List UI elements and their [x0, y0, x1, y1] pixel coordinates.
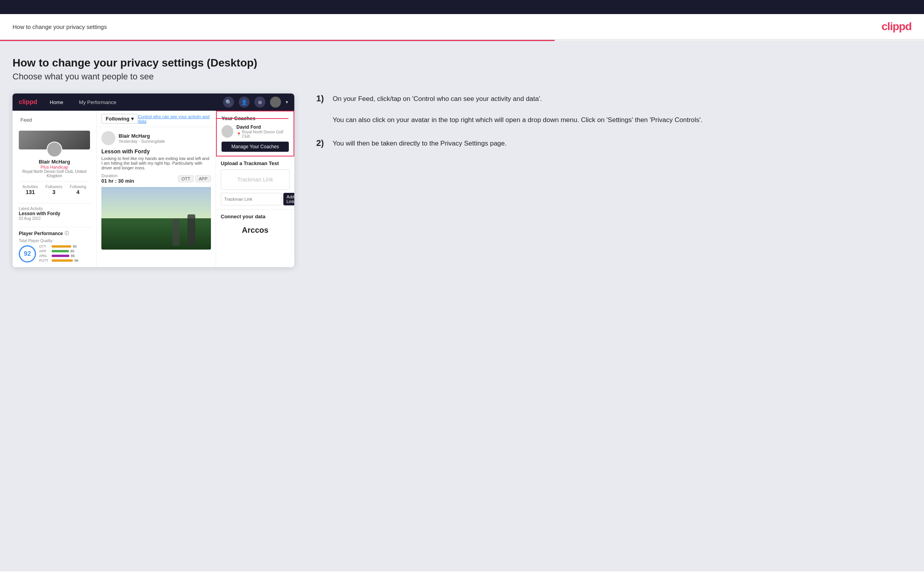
- golfer-2: [173, 218, 180, 246]
- tag-ott: OTT: [178, 175, 194, 182]
- header-title: How to change your privacy settings: [13, 23, 107, 30]
- profile-card: Blair McHarg Plus Handicap Royal North D…: [17, 128, 92, 200]
- info-icon: ⓘ: [65, 230, 69, 236]
- golfer-1: [187, 214, 195, 246]
- following-button[interactable]: Following ▾: [101, 114, 138, 124]
- app-feed: Following ▾ Control who can see your act…: [97, 111, 216, 267]
- pp-quality: 92 OTT 90 APP 85: [19, 244, 90, 263]
- location-icon: 📍: [236, 132, 241, 137]
- top-bar: [0, 0, 924, 14]
- profile-stats: Activities 131 Followers 3 Following 4: [19, 181, 90, 195]
- instructions: 1) On your Feed, click/tap on 'Control w…: [310, 93, 911, 161]
- page-subtitle: Choose what you want people to see: [13, 72, 911, 82]
- trackman-input-row: Add Link: [221, 193, 290, 205]
- stat-activities: Activities 131: [23, 185, 38, 195]
- app-right-panel: Your Coaches David Ford 📍 Royal North De…: [216, 111, 294, 267]
- feed-label: Feed: [17, 115, 92, 124]
- app-sidebar: Feed Blair McHarg Plus Handicap Royal No…: [13, 111, 97, 267]
- bar-putt: PUTT 96: [39, 259, 90, 262]
- trackman-input[interactable]: [221, 193, 282, 205]
- trackman-box: Trackman Link: [221, 169, 290, 190]
- post-user: Blair McHarg Yesterday · Sunningdale: [101, 131, 211, 145]
- post-card: Blair McHarg Yesterday · Sunningdale Les…: [97, 127, 216, 253]
- step-1: 1) On your Feed, click/tap on 'Control w…: [316, 93, 911, 126]
- latest-activity: Latest Activity Lesson with Fordy 03 Aug…: [17, 203, 92, 224]
- app-logo: clippd: [19, 99, 37, 106]
- app-screenshot: clippd Home My Performance 🔍 👤 ⊕ ▾ Feed: [13, 93, 294, 267]
- profile-avatar: [47, 142, 62, 157]
- app-navbar: clippd Home My Performance 🔍 👤 ⊕ ▾: [13, 93, 294, 111]
- add-link-button[interactable]: Add Link: [283, 193, 294, 205]
- step1-text1: On your Feed, click/tap on 'Control who …: [333, 93, 702, 104]
- arccos-logo: Arccos: [221, 223, 290, 238]
- bar-app: APP 85: [39, 249, 90, 253]
- chevron-down-icon: ▾: [131, 116, 134, 122]
- bar-ott: OTT 90: [39, 244, 90, 248]
- stat-following: Following 4: [70, 185, 86, 195]
- control-privacy-link[interactable]: Control who can see your activity and da…: [138, 114, 211, 124]
- trackman-section: Upload a Trackman Test Trackman Link Add…: [216, 156, 294, 210]
- profile-name: Blair McHarg: [19, 159, 90, 165]
- header: How to change your privacy settings clip…: [0, 14, 924, 40]
- tag-app: APP: [195, 175, 211, 182]
- nav-my-performance[interactable]: My Performance: [76, 98, 119, 107]
- stat-followers: Followers 3: [45, 185, 62, 195]
- page-title: How to change your privacy settings (Des…: [13, 57, 911, 69]
- user-icon[interactable]: 👤: [239, 97, 250, 108]
- content-row: clippd Home My Performance 🔍 👤 ⊕ ▾ Feed: [13, 93, 911, 267]
- footer: Copyright Clippd 2022: [0, 571, 924, 577]
- step1-text2: You can also click on your avatar in the…: [333, 115, 702, 125]
- coach-item: David Ford 📍 Royal North Devon Golf Club: [222, 124, 289, 138]
- search-icon[interactable]: 🔍: [223, 97, 234, 108]
- feed-header: Following ▾ Control who can see your act…: [97, 111, 216, 127]
- player-performance: Player Performance ⓘ Total Player Qualit…: [17, 227, 92, 266]
- profile-club: Royal North Devon Golf Club, United King…: [19, 169, 90, 178]
- duration-tags: OTT APP: [178, 175, 211, 182]
- profile-avatar-wrap: [19, 142, 90, 157]
- step2-text: You will then be taken directly to the P…: [333, 138, 506, 149]
- quality-score: 92: [19, 245, 36, 262]
- post-duration: Duration 01 hr : 30 min OTT APP: [101, 173, 211, 184]
- app-body: Feed Blair McHarg Plus Handicap Royal No…: [13, 111, 294, 267]
- avatar[interactable]: [270, 97, 281, 108]
- step-2: 2) You will then be taken directly to th…: [316, 138, 911, 149]
- app-nav-icons: 🔍 👤 ⊕ ▾: [223, 97, 288, 108]
- post-image: [101, 187, 211, 250]
- plus-icon[interactable]: ⊕: [254, 97, 265, 108]
- pp-bars: OTT 90 APP 85 ARG: [39, 244, 90, 263]
- logo: clippd: [882, 20, 911, 33]
- coaches-section: Your Coaches David Ford 📍 Royal North De…: [216, 111, 294, 156]
- connect-section: Connect your data Arccos: [216, 210, 294, 242]
- coach-avatar: [222, 125, 233, 138]
- bar-arg: ARG 86: [39, 254, 90, 258]
- nav-home[interactable]: Home: [47, 98, 67, 107]
- post-avatar: [101, 131, 115, 145]
- main-content: How to change your privacy settings (Des…: [0, 41, 924, 571]
- avatar-chevron: ▾: [286, 99, 288, 105]
- profile-handicap: Plus Handicap: [19, 165, 90, 169]
- manage-coaches-button[interactable]: Manage Your Coaches: [222, 142, 289, 152]
